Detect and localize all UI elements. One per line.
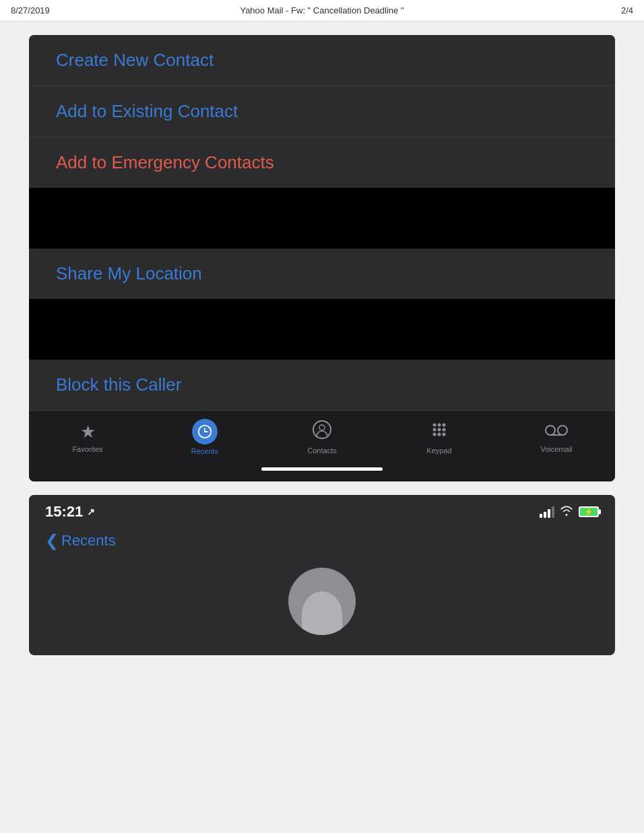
svg-point-8: [433, 428, 437, 431]
tab-favorites[interactable]: ★ Favorites: [61, 422, 115, 453]
avatar: [288, 568, 356, 635]
browser-date: 8/27/2019: [11, 5, 65, 15]
tab-keypad[interactable]: Keypad: [412, 420, 466, 455]
svg-point-9: [438, 428, 441, 431]
tab-contacts-label: Contacts: [307, 446, 336, 455]
back-chevron-icon: ❮: [45, 531, 59, 550]
tab-contacts[interactable]: Contacts: [295, 420, 349, 455]
svg-point-6: [438, 423, 441, 426]
browser-bar: 8/27/2019 Yahoo Mail - Fw: " Cancellatio…: [0, 0, 644, 22]
wifi-icon: [560, 505, 573, 519]
status-recents-section: 15:21 ↗ ⚡: [29, 495, 615, 655]
status-bar: 15:21 ↗ ⚡: [29, 495, 615, 526]
create-new-contact-button[interactable]: Create New Contact: [29, 35, 615, 86]
keypad-icon: [430, 420, 449, 444]
add-to-existing-contact-button[interactable]: Add to Existing Contact: [29, 86, 615, 137]
recents-label: Recents: [61, 532, 116, 549]
star-icon: ★: [80, 422, 96, 442]
contacts-icon: [313, 420, 331, 444]
tab-voicemail-label: Voicemail: [540, 445, 572, 453]
avatar-section: [29, 561, 615, 635]
browser-page-num: 2/4: [579, 5, 633, 15]
tab-voicemail[interactable]: Voicemail: [529, 422, 583, 453]
action-sheet: Create New Contact Add to Existing Conta…: [29, 35, 615, 188]
spacer-1: [29, 188, 615, 248]
svg-point-7: [443, 423, 446, 426]
status-icons: ⚡: [540, 505, 599, 519]
block-this-caller-button[interactable]: Block this Caller: [29, 360, 615, 410]
svg-point-4: [319, 425, 325, 430]
status-time: 15:21 ↗: [45, 503, 95, 521]
recents-back-button[interactable]: ❮ Recents: [29, 526, 615, 561]
svg-point-3: [313, 421, 331, 438]
tab-favorites-label: Favorites: [72, 445, 102, 453]
spacer-2: [29, 299, 615, 360]
tab-recents[interactable]: Recents: [178, 419, 232, 455]
voicemail-icon: [545, 422, 568, 442]
home-indicator: [29, 461, 615, 481]
recents-clock-icon: [192, 419, 218, 444]
svg-point-5: [433, 423, 437, 426]
tab-keypad-label: Keypad: [426, 446, 451, 455]
svg-point-14: [546, 426, 555, 435]
block-caller-section: Block this Caller: [29, 360, 615, 410]
share-my-location-button[interactable]: Share My Location: [29, 248, 615, 299]
phone-container: Create New Contact Add to Existing Conta…: [29, 35, 615, 481]
avatar-person-shape: [302, 591, 342, 635]
location-arrow-icon: ↗: [87, 506, 95, 517]
home-bar: [261, 467, 383, 471]
add-to-emergency-contacts-button[interactable]: Add to Emergency Contacts: [29, 137, 615, 188]
battery-icon: ⚡: [579, 506, 599, 517]
tab-bar: ★ Favorites Recents Contacts: [29, 410, 615, 461]
tab-recents-label: Recents: [191, 447, 218, 455]
svg-point-11: [433, 432, 437, 436]
svg-point-10: [443, 428, 446, 431]
signal-bars-icon: [540, 506, 554, 518]
share-location-section: Share My Location: [29, 248, 615, 299]
svg-point-12: [438, 432, 441, 436]
browser-title: Yahoo Mail - Fw: " Cancellation Deadline…: [65, 5, 579, 15]
svg-point-15: [558, 426, 567, 435]
svg-point-13: [443, 432, 446, 436]
